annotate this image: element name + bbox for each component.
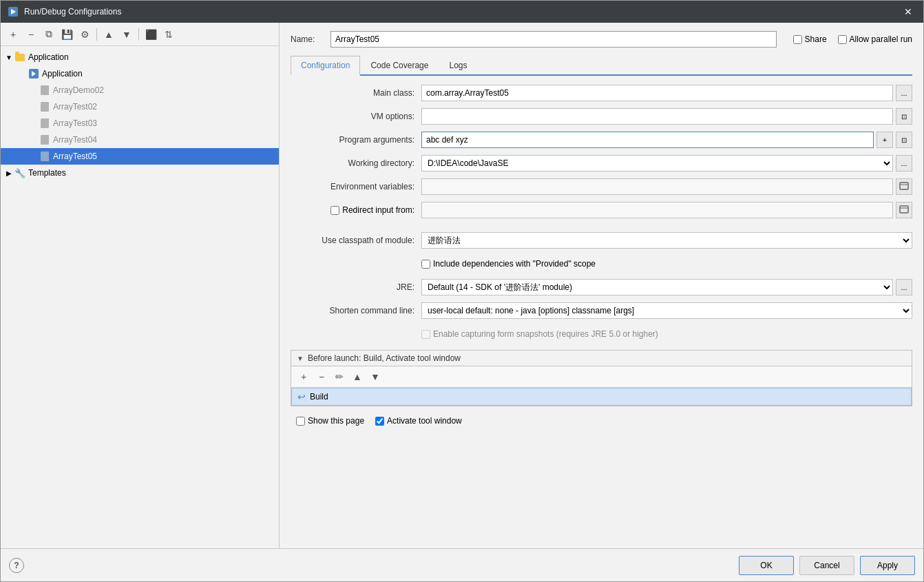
- ok-button[interactable]: OK: [739, 556, 794, 575]
- working-dir-browse-btn[interactable]: ...: [896, 155, 912, 172]
- classpath-label: Use classpath of module:: [291, 236, 421, 245]
- name-field-label: Name:: [291, 34, 325, 44]
- spacer: [28, 101, 39, 112]
- move-down-button[interactable]: ▼: [118, 26, 135, 43]
- working-dir-wrap: D:\IDEA\code\JavaSE ...: [421, 155, 912, 172]
- title-bar-left: Run/Debug Configurations: [8, 6, 121, 17]
- help-button[interactable]: ?: [9, 558, 24, 573]
- tree-item-arraydemo02[interactable]: ArrayDemo02: [1, 82, 279, 98]
- capture-label: Enable capturing form snapshots (require…: [433, 329, 658, 339]
- save-config-button[interactable]: 💾: [59, 26, 75, 43]
- module-select[interactable]: 进阶语法: [421, 232, 912, 249]
- close-button[interactable]: ✕: [900, 5, 916, 19]
- folder-icon: [14, 52, 25, 63]
- spacer: [28, 85, 39, 96]
- tree-root-label: Application: [28, 52, 69, 62]
- program-args-input[interactable]: [421, 132, 874, 148]
- bottom-right: OK Cancel Apply: [739, 556, 915, 575]
- tree-item-application[interactable]: Application: [1, 65, 279, 82]
- share-checkbox[interactable]: [793, 35, 802, 44]
- show-page-checkbox-item[interactable]: Show this page: [296, 416, 364, 426]
- before-launch-edit-btn[interactable]: ✏: [331, 368, 348, 385]
- tree-item-arraytest02-label: ArrayTest02: [53, 102, 97, 112]
- app-icon-application: [28, 68, 39, 79]
- tree-root[interactable]: ▼ Application: [1, 49, 279, 65]
- redirect-row: Redirect input from:: [291, 201, 912, 219]
- before-launch-remove-btn[interactable]: −: [313, 368, 330, 385]
- module-select-wrap: 进阶语法: [421, 232, 912, 249]
- env-vars-label: Environment variables:: [291, 182, 421, 191]
- left-toolbar: + − ⧉ 💾 ⚙ ▲ ▼ ⬛ ⇅: [1, 23, 279, 46]
- jre-select[interactable]: Default (14 - SDK of '进阶语法' module): [421, 279, 893, 295]
- name-input[interactable]: [330, 31, 777, 48]
- tab-logs[interactable]: Logs: [439, 56, 477, 76]
- tab-code-coverage[interactable]: Code Coverage: [360, 56, 439, 76]
- env-vars-input[interactable]: [421, 178, 893, 195]
- parallel-checkbox[interactable]: [838, 35, 847, 44]
- move-to-button[interactable]: ⬛: [143, 26, 159, 43]
- program-args-row: Program arguments: + ⊡: [291, 131, 912, 149]
- file-icon-arraytest05: [39, 151, 50, 162]
- copy-button[interactable]: ⧉: [41, 26, 57, 43]
- redirect-input[interactable]: [421, 202, 893, 218]
- tree-item-arraytest05[interactable]: ArrayTest05: [1, 148, 279, 165]
- run-debug-dialog: Run/Debug Configurations ✕ + − ⧉ 💾 ⚙ ▲ ▼…: [0, 0, 924, 582]
- left-panel: + − ⧉ 💾 ⚙ ▲ ▼ ⬛ ⇅ ▼ Applicati: [1, 23, 280, 548]
- move-up-button[interactable]: ▲: [101, 26, 117, 43]
- include-deps-checkbox[interactable]: [421, 260, 430, 269]
- show-page-label: Show this page: [308, 416, 364, 426]
- remove-button[interactable]: −: [23, 26, 39, 43]
- parallel-checkbox-item[interactable]: Allow parallel run: [838, 34, 912, 44]
- share-label: Share: [805, 34, 827, 44]
- vm-options-input[interactable]: [421, 108, 893, 125]
- show-page-checkbox[interactable]: [296, 417, 305, 426]
- separator-1: [291, 225, 912, 231]
- working-dir-select[interactable]: D:\IDEA\code\JavaSE: [421, 155, 893, 172]
- file-icon-arraytest02: [39, 101, 50, 112]
- program-args-wrap: + ⊡: [421, 132, 912, 148]
- settings-button[interactable]: ⚙: [76, 26, 93, 43]
- toolbar-separator-1: [96, 28, 97, 41]
- main-class-input[interactable]: [421, 85, 893, 101]
- env-vars-browse-btn[interactable]: [896, 178, 912, 195]
- tree-item-templates[interactable]: ▶ 🔧 Templates: [1, 165, 279, 181]
- activate-window-checkbox[interactable]: [375, 417, 384, 426]
- before-launch-up-btn[interactable]: ▲: [349, 368, 366, 385]
- add-button[interactable]: +: [5, 26, 21, 43]
- tree-item-application-label: Application: [42, 69, 83, 79]
- sort-button[interactable]: ⇅: [160, 26, 177, 43]
- vm-expand-btn[interactable]: ⊡: [896, 108, 912, 125]
- tree-item-arraytest03[interactable]: ArrayTest03: [1, 115, 279, 132]
- before-launch-build-item[interactable]: ↩ Build: [291, 388, 912, 406]
- tree-expand-templates[interactable]: ▶: [3, 167, 14, 178]
- share-checkbox-item[interactable]: Share: [793, 34, 827, 44]
- checkboxes-row: Share Allow parallel run: [793, 34, 912, 44]
- redirect-checkbox[interactable]: [330, 206, 339, 215]
- tree-item-arraytest02[interactable]: ArrayTest02: [1, 98, 279, 115]
- before-launch-add-btn[interactable]: +: [295, 368, 312, 385]
- tree-item-arraydemo02-label: ArrayDemo02: [53, 85, 104, 95]
- activate-window-checkbox-item[interactable]: Activate tool window: [375, 416, 462, 426]
- jre-row: JRE: Default (14 - SDK of '进阶语法' module)…: [291, 278, 912, 296]
- program-args-expand-btn[interactable]: ⊡: [896, 132, 912, 148]
- main-content: + − ⧉ 💾 ⚙ ▲ ▼ ⬛ ⇅ ▼ Applicati: [1, 23, 923, 548]
- before-launch-arrow[interactable]: ▼: [297, 355, 304, 362]
- include-deps-checkbox-item[interactable]: Include dependencies with "Provided" sco…: [421, 259, 596, 269]
- tree-item-arraytest04[interactable]: ArrayTest04: [1, 132, 279, 148]
- main-class-wrap: ...: [421, 85, 912, 101]
- vm-options-row: VM options: ⊡: [291, 107, 912, 125]
- apply-button[interactable]: Apply: [860, 556, 915, 575]
- redirect-browse-btn[interactable]: [896, 202, 912, 218]
- before-launch-title: Before launch: Build, Activate tool wind…: [308, 353, 461, 363]
- cancel-button[interactable]: Cancel: [799, 556, 854, 575]
- tree-item-arraytest05-label: ArrayTest05: [53, 152, 97, 161]
- shorten-select[interactable]: user-local default: none - java [options…: [421, 302, 912, 319]
- program-args-add-btn[interactable]: +: [876, 132, 893, 148]
- main-class-browse-btn[interactable]: ...: [896, 85, 912, 101]
- env-vars-row: Environment variables:: [291, 178, 912, 196]
- title-bar: Run/Debug Configurations ✕: [1, 1, 923, 23]
- tree-expand-root[interactable]: ▼: [3, 52, 14, 63]
- before-launch-down-btn[interactable]: ▼: [367, 368, 384, 385]
- tab-configuration[interactable]: Configuration: [291, 56, 360, 76]
- jre-browse-btn[interactable]: ...: [896, 279, 912, 295]
